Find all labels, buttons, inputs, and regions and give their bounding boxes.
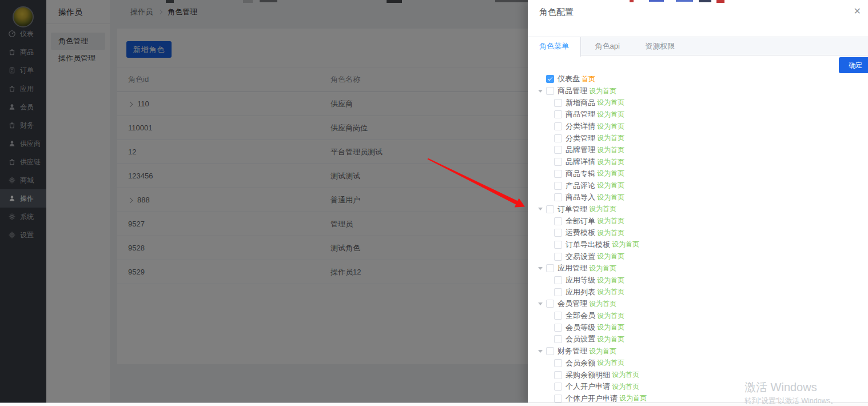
checkbox[interactable] bbox=[554, 134, 562, 142]
set-home-link[interactable]: 设为首页 bbox=[589, 347, 616, 356]
tree-node-label: 仪表盘 bbox=[558, 74, 580, 84]
set-home-link[interactable]: 设为首页 bbox=[612, 240, 639, 249]
confirm-button[interactable]: 确定 bbox=[839, 57, 868, 73]
tree-node: 运费模板设为首页 bbox=[528, 227, 868, 239]
tree-node: 全部订单设为首页 bbox=[528, 215, 868, 227]
checkbox[interactable] bbox=[554, 383, 562, 391]
tree-node: 会员管理设为首页 bbox=[528, 298, 868, 310]
app-window: 仪表商品订单应用会员财务供应商供应链商城操作系统设置 操作员 角色管理操作员管理… bbox=[0, 0, 868, 406]
checkbox[interactable] bbox=[554, 395, 562, 403]
set-home-link[interactable]: 设为首页 bbox=[597, 122, 624, 132]
tree-node-label: 应用等级 bbox=[566, 275, 595, 285]
set-home-link[interactable]: 设为首页 bbox=[597, 181, 624, 190]
tree-node: 应用等级设为首页 bbox=[528, 274, 868, 286]
checkbox[interactable] bbox=[554, 241, 562, 249]
caret-down-icon[interactable] bbox=[538, 350, 543, 353]
tab-role-menu[interactable]: 角色菜单 bbox=[528, 37, 581, 57]
checkbox[interactable] bbox=[546, 75, 554, 83]
set-home-link[interactable]: 设为首页 bbox=[597, 169, 624, 178]
set-home-link[interactable]: 设为首页 bbox=[597, 193, 624, 202]
set-home-link[interactable]: 设为首页 bbox=[589, 264, 616, 273]
tree-node-label: 会员管理 bbox=[558, 298, 587, 309]
set-home-link[interactable]: 设为首页 bbox=[597, 228, 624, 238]
set-home-link[interactable]: 设为首页 bbox=[589, 299, 616, 309]
drawer-tabs: 角色菜单 角色api 资源权限 bbox=[528, 37, 868, 55]
set-home-link[interactable]: 设为首页 bbox=[597, 145, 624, 155]
tree-node: 财务管理设为首页 bbox=[528, 345, 868, 357]
caret-down-icon[interactable] bbox=[538, 208, 543, 210]
checkbox[interactable] bbox=[554, 288, 562, 296]
role-config-drawer: 角色配置 ✕ 角色菜单 角色api 资源权限 确定 仪表盘首页商品管理设为首页新… bbox=[528, 0, 868, 406]
tree-node-label: 商品管理 bbox=[566, 109, 595, 120]
set-home-link[interactable]: 设为首页 bbox=[597, 335, 624, 344]
checkbox[interactable] bbox=[546, 205, 554, 213]
top-fragment bbox=[716, 0, 724, 3]
tree-node-label: 会员设置 bbox=[566, 334, 595, 344]
tree-node: 分类详情设为首页 bbox=[528, 121, 868, 133]
tab-resource-permission[interactable]: 资源权限 bbox=[634, 37, 686, 56]
caret-down-icon[interactable] bbox=[538, 90, 543, 93]
tree-node: 商品导入设为首页 bbox=[528, 192, 868, 204]
checkbox[interactable] bbox=[554, 312, 562, 320]
checkbox[interactable] bbox=[554, 371, 562, 379]
checkbox[interactable] bbox=[554, 217, 562, 225]
set-home-link[interactable]: 设为首页 bbox=[597, 157, 624, 167]
set-home-link[interactable]: 设为首页 bbox=[589, 86, 616, 96]
set-home-link[interactable]: 设为首页 bbox=[597, 287, 624, 297]
home-badge[interactable]: 首页 bbox=[582, 74, 595, 84]
tree-node-label: 应用列表 bbox=[566, 287, 595, 297]
checkbox[interactable] bbox=[554, 324, 562, 332]
set-home-link[interactable]: 设为首页 bbox=[597, 133, 624, 143]
checkbox[interactable] bbox=[554, 122, 562, 130]
set-home-link[interactable]: 设为首页 bbox=[597, 311, 624, 321]
tree-node: 新增商品设为首页 bbox=[528, 97, 868, 109]
set-home-link[interactable]: 设为首页 bbox=[597, 358, 624, 368]
set-home-link[interactable]: 设为首页 bbox=[597, 110, 624, 120]
tree-node: 商品专辑设为首页 bbox=[528, 168, 868, 180]
checkbox[interactable] bbox=[554, 99, 562, 107]
tree-node: 订单导出模板设为首页 bbox=[528, 239, 868, 251]
checkbox[interactable] bbox=[554, 276, 562, 284]
tree-node: 商品管理设为首页 bbox=[528, 85, 868, 97]
checkbox[interactable] bbox=[546, 300, 554, 308]
top-fragment bbox=[630, 0, 634, 2]
checkbox[interactable] bbox=[554, 110, 562, 118]
tree-node-label: 新增商品 bbox=[566, 98, 595, 108]
tree-node: 会员等级设为首页 bbox=[528, 321, 868, 333]
checkbox[interactable] bbox=[546, 87, 554, 95]
set-home-link[interactable]: 设为首页 bbox=[597, 252, 624, 261]
checkbox[interactable] bbox=[554, 170, 562, 178]
tree-node-label: 财务管理 bbox=[558, 346, 587, 356]
set-home-link[interactable]: 设为首页 bbox=[589, 204, 616, 214]
set-home-link[interactable]: 设为首页 bbox=[597, 276, 624, 285]
checkbox[interactable] bbox=[554, 182, 562, 190]
close-icon[interactable]: ✕ bbox=[854, 7, 861, 16]
tree-node: 会员设置设为首页 bbox=[528, 333, 868, 345]
checkbox[interactable] bbox=[546, 347, 554, 355]
checkbox[interactable] bbox=[554, 158, 562, 166]
set-home-link[interactable]: 设为首页 bbox=[597, 98, 624, 108]
tree-node: 个人开户申请设为首页 bbox=[528, 381, 868, 393]
checkbox[interactable] bbox=[554, 193, 562, 201]
checkbox[interactable] bbox=[554, 253, 562, 261]
checkbox[interactable] bbox=[546, 264, 554, 272]
tree-node: 采购余额明细设为首页 bbox=[528, 369, 868, 381]
drawer-title: 角色配置 bbox=[539, 7, 574, 18]
tree-node-label: 订单管理 bbox=[558, 204, 587, 214]
set-home-link[interactable]: 设为首页 bbox=[619, 393, 647, 403]
caret-down-icon[interactable] bbox=[538, 302, 543, 305]
checkbox[interactable] bbox=[554, 335, 562, 343]
caret-down-icon[interactable] bbox=[538, 267, 543, 270]
set-home-link[interactable]: 设为首页 bbox=[612, 370, 639, 380]
checkbox[interactable] bbox=[554, 359, 562, 367]
tree-node-label: 产品评论 bbox=[566, 181, 595, 191]
tree-node-label: 个人开户申请 bbox=[566, 381, 610, 392]
set-home-link[interactable]: 设为首页 bbox=[612, 382, 639, 392]
checkbox[interactable] bbox=[554, 146, 562, 154]
checkbox[interactable] bbox=[554, 229, 562, 237]
tab-role-api[interactable]: 角色api bbox=[583, 37, 631, 56]
set-home-link[interactable]: 设为首页 bbox=[597, 216, 624, 226]
window-bottom-edge bbox=[0, 403, 868, 406]
set-home-link[interactable]: 设为首页 bbox=[597, 323, 624, 332]
top-fragment bbox=[699, 0, 711, 2]
